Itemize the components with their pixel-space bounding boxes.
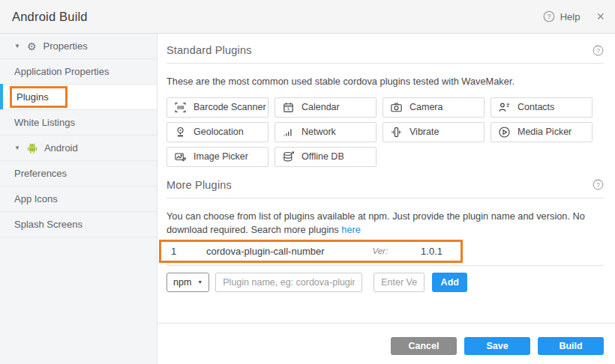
sidebar-item-app-icons[interactable]: App Icons bbox=[0, 186, 157, 212]
add-button[interactable]: Add bbox=[432, 273, 467, 292]
plugin-tile-label: Offline DB bbox=[302, 151, 344, 162]
page-title: Android Build bbox=[12, 10, 88, 24]
plugin-version-input[interactable] bbox=[374, 273, 424, 292]
network-icon bbox=[282, 126, 295, 139]
build-button[interactable]: Build bbox=[538, 337, 604, 355]
registry-select-value: npm bbox=[173, 277, 191, 288]
cancel-button[interactable]: Cancel bbox=[391, 337, 457, 355]
plugin-tile-calendar[interactable]: 1 Calendar bbox=[274, 97, 376, 118]
plugin-tile-vibrate[interactable]: Vibrate bbox=[382, 122, 484, 142]
sidebar: ▼ ⚙ Properties Application Properties Pl… bbox=[0, 34, 158, 364]
plugin-tile-label: Calendar bbox=[302, 102, 340, 112]
vibrate-icon bbox=[390, 126, 403, 139]
close-icon[interactable]: × bbox=[596, 10, 604, 23]
sidebar-item-label: Plugins bbox=[16, 91, 49, 103]
plugin-row-version-label: Ver: bbox=[372, 246, 388, 255]
svg-text:?: ? bbox=[596, 181, 600, 189]
plugin-tile-label: Geolocation bbox=[194, 127, 244, 137]
geolocation-icon bbox=[174, 126, 187, 139]
plugin-tile-media-picker[interactable]: Media Picker bbox=[490, 122, 592, 142]
svg-text:1: 1 bbox=[287, 106, 290, 111]
plugin-tile-label: Camera bbox=[410, 102, 442, 112]
chevron-down-icon: ▼ bbox=[197, 279, 202, 285]
plugin-tile-image-picker[interactable]: Image Picker bbox=[166, 147, 268, 167]
row-divider bbox=[166, 265, 604, 266]
sidebar-item-preferences[interactable]: Preferences bbox=[0, 161, 157, 186]
android-build-dialog: Android Build ? Help × ▼ ⚙ Properties Ap… bbox=[0, 0, 615, 364]
header-actions: ? Help × bbox=[543, 10, 604, 23]
help-label: Help bbox=[560, 11, 580, 22]
contacts-icon bbox=[498, 101, 511, 114]
plugin-tile-label: Barcode Scanner bbox=[194, 102, 266, 112]
plugin-row-name: cordova-plugin-call-number bbox=[206, 246, 372, 257]
svg-text:?: ? bbox=[596, 46, 600, 54]
sidebar-item-properties[interactable]: ▼ ⚙ Properties bbox=[0, 34, 157, 59]
plugin-tile-camera[interactable]: Camera bbox=[382, 97, 484, 118]
media-picker-icon bbox=[498, 126, 511, 139]
plugin-tile-geolocation[interactable]: Geolocation bbox=[166, 122, 268, 142]
circled-question-icon[interactable]: ? bbox=[592, 45, 604, 56]
sidebar-item-android[interactable]: ▼ bbox=[0, 136, 157, 161]
sidebar-item-label: Splash Screens bbox=[14, 219, 82, 230]
plugin-tile-label: Image Picker bbox=[194, 151, 248, 162]
dialog-footer: Cancel Save Build bbox=[158, 323, 615, 364]
sidebar-item-splash-screens[interactable]: Splash Screens bbox=[0, 212, 157, 237]
sidebar-item-label: White Listings bbox=[14, 117, 75, 128]
plugin-tile-contacts[interactable]: Contacts bbox=[490, 97, 592, 118]
standard-plugins-header: Standard Plugins ? bbox=[166, 34, 604, 64]
dialog-body: ▼ ⚙ Properties Application Properties Pl… bbox=[0, 34, 615, 364]
circled-question-icon[interactable]: ? bbox=[592, 179, 604, 190]
plugin-tile-label: Vibrate bbox=[410, 127, 439, 137]
plugin-tile-label: Contacts bbox=[518, 102, 554, 112]
section-title: More Plugins bbox=[166, 179, 232, 191]
plugin-tile-label: Media Picker bbox=[518, 127, 572, 137]
chevron-down-icon: ▼ bbox=[14, 145, 20, 151]
image-picker-icon bbox=[174, 151, 187, 163]
sidebar-item-label: Application Properties bbox=[14, 66, 109, 77]
plugin-tile-network[interactable]: Network bbox=[274, 122, 376, 142]
description-text: You can choose from list of plugins avai… bbox=[166, 210, 585, 236]
annotation-highlight-box: Plugins bbox=[10, 86, 68, 108]
plugin-tile-offline-db[interactable]: Offline DB bbox=[274, 147, 376, 167]
add-plugin-form: npm ▼ Add bbox=[166, 273, 604, 292]
sidebar-item-label: Properties bbox=[43, 40, 87, 52]
help-button[interactable]: ? Help bbox=[543, 10, 580, 22]
save-button[interactable]: Save bbox=[464, 337, 530, 355]
svg-text:?: ? bbox=[547, 13, 550, 20]
installed-plugin-row[interactable]: 1 cordova-plugin-call-number Ver: 1.0.1 bbox=[159, 240, 463, 263]
sidebar-item-white-listings[interactable]: White Listings bbox=[0, 110, 157, 136]
registry-select[interactable]: npm ▼ bbox=[166, 273, 209, 292]
plugin-name-input[interactable] bbox=[215, 273, 362, 292]
search-plugins-link[interactable]: here bbox=[341, 224, 361, 235]
offline-db-icon bbox=[282, 151, 295, 163]
calendar-icon: 1 bbox=[282, 101, 295, 114]
plugin-tile-label: Network bbox=[302, 127, 336, 137]
android-icon bbox=[27, 142, 38, 154]
main-content: Standard Plugins ? These are the most co… bbox=[158, 34, 615, 364]
plugin-row-version: 1.0.1 bbox=[421, 246, 442, 257]
sidebar-item-plugins[interactable]: Plugins bbox=[0, 85, 157, 110]
circled-question-icon: ? bbox=[543, 10, 555, 22]
standard-plugins-description: These are the most common used stable co… bbox=[166, 75, 604, 89]
sidebar-item-label: Preferences bbox=[14, 168, 67, 179]
sidebar-item-application-properties[interactable]: Application Properties bbox=[0, 59, 157, 85]
gear-icon: ⚙ bbox=[27, 41, 37, 52]
barcode-scanner-icon bbox=[174, 101, 187, 114]
more-plugins-header: More Plugins ? bbox=[166, 167, 604, 198]
plugin-row-index: 1 bbox=[171, 246, 206, 257]
chevron-down-icon: ▼ bbox=[14, 43, 20, 49]
sidebar-item-label: Android bbox=[44, 142, 78, 154]
more-plugins-description: You can choose from list of plugins avai… bbox=[166, 210, 604, 237]
plugin-tile-barcode-scanner[interactable]: Barcode Scanner bbox=[166, 97, 268, 118]
dialog-header: Android Build ? Help × bbox=[0, 0, 615, 34]
sidebar-item-label: App Icons bbox=[14, 193, 58, 204]
section-title: Standard Plugins bbox=[166, 44, 252, 56]
standard-plugins-grid: Barcode Scanner 1 Calendar Camera Contac… bbox=[166, 97, 604, 167]
camera-icon bbox=[390, 101, 403, 114]
